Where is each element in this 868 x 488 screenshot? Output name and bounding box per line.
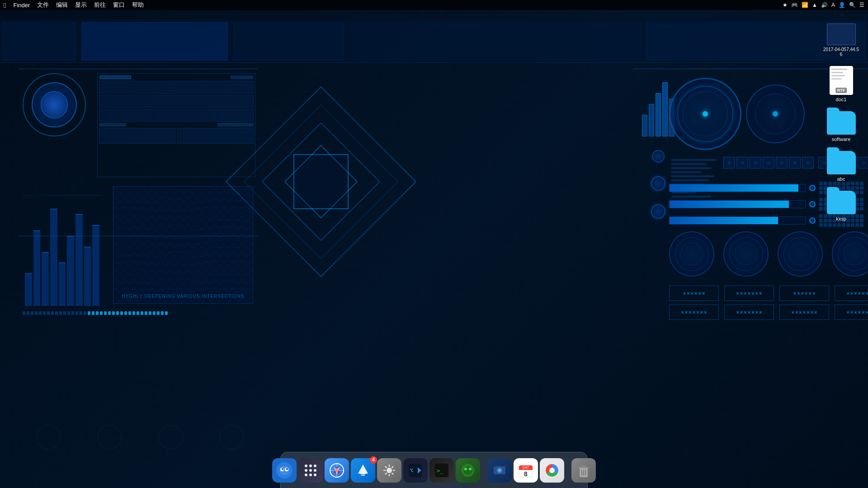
svg-rect-31 [132, 311, 135, 315]
dock-calendar[interactable]: 8 SAT [514, 458, 538, 483]
menu-go[interactable]: 前往 [94, 1, 106, 9]
svg-rect-10 [47, 311, 50, 315]
menu-window[interactable]: 窗口 [113, 1, 125, 9]
progress-fill-3 [670, 217, 778, 224]
svg-line-52 [226, 182, 240, 195]
svg-rect-7 [35, 311, 38, 315]
svg-point-61 [314, 465, 316, 467]
orb-core-3 [789, 243, 811, 265]
preview-1 [2, 22, 76, 61]
svg-rect-37 [157, 311, 160, 315]
svg-point-57 [282, 468, 283, 470]
doc1-icon[interactable]: doc1 [830, 66, 853, 102]
svg-rect-17 [75, 311, 78, 315]
svg-text:8: 8 [524, 470, 528, 478]
folder-icon-abc [827, 151, 856, 174]
desktop-icons-area: 2017-04-057,44.56 doc1 software abc kxsp [823, 23, 859, 221]
mini-bar-1 [642, 115, 647, 136]
svg-rect-13 [59, 311, 62, 315]
dock-safari[interactable] [325, 458, 349, 483]
menubar:  Finder 文件 编辑 显示 前往 窗口 帮助 ★ 🎮 📶 ▲ 🔊 A 👤… [0, 0, 868, 10]
control-center-icon[interactable]: ☰ [859, 2, 864, 8]
svg-point-66 [309, 474, 312, 476]
bottom-circle-2 [97, 425, 122, 450]
x-pattern-section: ×××××× ××××××× ×××××× ××××××× ××××××× ××… [669, 286, 868, 320]
dock-terminal[interactable]: >_ [429, 458, 454, 483]
svg-point-59 [305, 465, 307, 467]
svg-line-51 [226, 168, 240, 182]
kxsp-label: kxsp [836, 216, 846, 221]
gauge-dot-2 [773, 111, 778, 117]
preview-2 [81, 22, 228, 61]
svg-rect-24 [104, 311, 107, 315]
bottom-circle-1 [36, 425, 61, 450]
svg-text:>_: >_ [437, 468, 443, 474]
svg-rect-4 [23, 311, 25, 315]
grid-buttons-1: ◇ ◇ ◇ ◇ ◇ ◇ ◇ [723, 157, 814, 169]
kxsp-folder-icon[interactable]: kxsp [827, 191, 856, 221]
gauge-large-1 [669, 78, 741, 150]
menu-edit[interactable]: 编辑 [56, 1, 68, 9]
svg-rect-12 [55, 311, 58, 315]
svg-point-102 [549, 468, 555, 473]
bottom-circle-4 [219, 425, 244, 450]
star-icon: ★ [783, 2, 788, 8]
orb-core-1 [680, 243, 703, 265]
dock-mirror[interactable] [487, 458, 512, 483]
svg-rect-38 [161, 311, 164, 315]
dock-trash[interactable] [571, 458, 596, 483]
dock: 4 ⌥ >_ [280, 452, 588, 488]
dock-openemu[interactable] [456, 458, 480, 483]
software-folder-icon[interactable]: software [827, 111, 856, 142]
circle-core [41, 91, 68, 118]
circle-inner [32, 82, 77, 127]
dock-finder[interactable] [272, 458, 297, 483]
screenshot-icon[interactable]: 2017-04-057,44.56 [823, 23, 859, 57]
svg-point-65 [305, 474, 307, 476]
dock-launchpad[interactable] [298, 458, 323, 483]
abc-label: abc [837, 176, 845, 182]
svg-rect-21 [92, 311, 94, 315]
orb-inner-3 [783, 237, 817, 271]
abc-folder-icon[interactable]: abc [827, 151, 856, 182]
svg-rect-14 [63, 311, 66, 315]
grid-btn: ◇ [736, 157, 748, 169]
svg-rect-26 [112, 311, 115, 315]
orb-inner-1 [675, 237, 709, 271]
knob-3 [651, 204, 665, 219]
preview-3 [233, 22, 344, 61]
software-label: software [832, 136, 851, 142]
svg-point-63 [309, 469, 312, 472]
svg-rect-23 [100, 311, 103, 315]
menu-help[interactable]: 帮助 [132, 1, 144, 9]
bar-3 [42, 252, 49, 306]
menu-finder[interactable]: Finder [13, 2, 30, 9]
rtf-file-icon [830, 66, 853, 95]
grid-btn: ◇ [776, 157, 788, 169]
svg-rect-20 [88, 311, 90, 315]
svg-line-81 [392, 473, 394, 474]
orb-2 [723, 231, 769, 277]
svg-rect-11 [51, 311, 54, 315]
screenshot-label: 2017-04-057,44.56 [823, 47, 859, 57]
dock-xcode[interactable]: ⌥ [403, 458, 428, 483]
bar-5 [59, 263, 66, 306]
apple-menu[interactable]:  [4, 1, 6, 9]
dock-sysprefs[interactable] [377, 458, 401, 483]
mini-bar-3 [656, 93, 661, 136]
gauge-medium-1 [746, 84, 805, 143]
search-icon[interactable]: 🔍 [849, 2, 856, 8]
x-grid-2-2: ××××××× [724, 305, 774, 320]
progress-dots-row [23, 310, 253, 316]
progress-dot-3 [809, 217, 816, 224]
menu-file[interactable]: 文件 [37, 1, 49, 9]
bar-4 [50, 209, 57, 306]
dock-more[interactable] [540, 458, 564, 483]
center-diamond-widget [208, 69, 434, 295]
bottom-circles-row [0, 425, 868, 450]
svg-rect-27 [116, 311, 119, 315]
menu-view[interactable]: 显示 [75, 1, 87, 9]
folder-icon-software [827, 111, 856, 135]
font-icon: A [831, 2, 835, 8]
x-grid-2-4: ××××××× [835, 305, 868, 320]
